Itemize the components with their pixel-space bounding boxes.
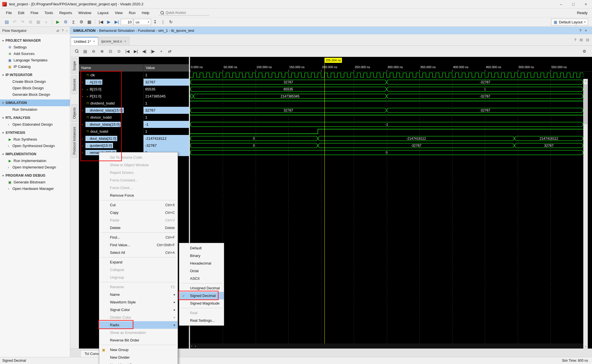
menu-item-copy[interactable]: CopyCtrl+C <box>99 209 178 216</box>
signal-name[interactable]: ⊓divisor_tvalid <box>85 115 113 120</box>
nav-item-run-simulation[interactable]: Run Simulation <box>0 106 70 113</box>
menu-item-cut[interactable]: CutCtrl+X <box>99 201 178 209</box>
signal-value[interactable]: 1 <box>143 128 189 135</box>
menu-item-remove-force[interactable]: Remove Force <box>99 192 178 199</box>
expand-icon[interactable]: › <box>82 87 85 91</box>
nav-item-open-elaborated-design[interactable]: ›Open Elaborated Design <box>0 121 70 128</box>
menu-item-new-group[interactable]: ▣New Group <box>99 346 178 354</box>
time-unit-select[interactable]: us ▾ <box>134 19 151 25</box>
run-flow-button[interactable]: ▶ <box>54 18 62 26</box>
signal-row-divisor-tdata-15-0[interactable]: ›»divisor_tdata[15:0] <box>79 121 143 128</box>
menu-item-default[interactable]: Default <box>179 244 224 252</box>
wave-region[interactable]: 32767-327676553512147385345-3276732767-3… <box>190 72 583 349</box>
signal-value[interactable]: -2147418112 <box>143 135 189 142</box>
menu-item-name[interactable]: Name▸ <box>99 291 178 298</box>
minimize-button[interactable]: – <box>555 0 567 8</box>
value-column-header[interactable]: Value <box>143 64 189 72</box>
settings-button[interactable]: ⚙ <box>62 18 70 26</box>
nav-item-language-templates[interactable]: ▣Language Templates <box>0 57 70 63</box>
expand-icon[interactable]: › <box>82 137 85 141</box>
menu-view[interactable]: View <box>112 10 126 16</box>
expand-icon[interactable]: › <box>82 151 85 155</box>
signal-value[interactable]: 32767 <box>143 107 189 114</box>
signal-name[interactable]: »divisor_tdata[15:0] <box>85 122 121 127</box>
float-icon[interactable]: ⊟ <box>580 38 583 42</box>
signal-value[interactable]: -1 <box>143 121 189 128</box>
menu-item-octal[interactable]: Octal <box>179 267 224 275</box>
signal-name[interactable]: »B[15:0] <box>85 86 102 92</box>
menu-item-signed-magnitude[interactable]: Signed Magnitude <box>179 299 224 307</box>
menu-item-waveform-style[interactable]: Waveform Style▸ <box>99 298 178 306</box>
menu-tools[interactable]: Tools <box>41 10 56 16</box>
menu-item-find[interactable]: Find...Ctrl+F <box>99 234 178 241</box>
expand-icon[interactable]: › <box>82 80 85 84</box>
signal-name[interactable]: ⊓dout_tvalid <box>85 129 109 134</box>
help-icon[interactable]: ? <box>574 38 576 42</box>
nav-item-ip-catalog[interactable]: ▣IP Catalog <box>0 63 70 70</box>
nav-item-run-implementation[interactable]: ▶Run Implementation <box>0 157 70 164</box>
nav-item-open-block-design[interactable]: Open Block Design <box>0 85 70 91</box>
signal-value[interactable]: 1 <box>143 100 189 107</box>
go-to-time-end-button[interactable]: ▶| <box>132 47 140 55</box>
tools-button[interactable]: ⚙ <box>78 18 85 26</box>
expand-icon[interactable]: › <box>82 144 85 148</box>
relaunch-button[interactable]: ↻ <box>167 18 175 26</box>
menu-item-select-all[interactable]: Select AllCtrl+A <box>99 249 178 256</box>
side-tab-objects[interactable]: Objects <box>72 104 77 122</box>
expand-icon[interactable]: ⊡ <box>586 38 589 42</box>
go-to-time-0-button[interactable]: |◀ <box>123 47 132 55</box>
nav-section-implementation[interactable]: ▾IMPLEMENTATION <box>0 151 70 157</box>
run-all-button[interactable]: ▶ <box>105 18 113 26</box>
signal-row-dout-tvalid[interactable]: ⊓dout_tvalid <box>79 128 143 135</box>
zoom-in-button[interactable]: ⊕ <box>98 47 106 55</box>
vertical-scrollbar[interactable]: ▲ ▼ <box>583 79 588 349</box>
name-column-header[interactable]: Name <box>79 64 143 72</box>
timeline-ruler[interactable]: 0.000 ns50.000 ns100.000 ns150.000 ns200… <box>190 64 583 72</box>
signal-row-a-15-0[interactable]: ›»A[15:0] <box>79 79 143 86</box>
nav-section-program-and-debug[interactable]: ▾PROGRAM AND DEBUG <box>0 172 70 179</box>
signal-name[interactable]: ⊓dividend_tvalid <box>85 101 116 106</box>
quick-access-input[interactable] <box>166 11 202 15</box>
zoom-out-button[interactable]: ⊖ <box>89 47 98 55</box>
menu-item-ascii[interactable]: ASCII <box>179 275 224 282</box>
close-icon[interactable]: × <box>93 39 95 43</box>
signal-value[interactable]: 65535 <box>143 86 189 93</box>
menu-item-real-settings[interactable]: Real Settings... <box>179 317 224 324</box>
scrollbar-thumb[interactable] <box>584 85 587 124</box>
menu-reports[interactable]: Reports <box>56 10 75 16</box>
swap-cursors-button[interactable]: ⇄ <box>165 47 174 55</box>
collapse-right-icon[interactable]: › <box>191 344 192 348</box>
signal-row-divisor-tvalid[interactable]: ⊓divisor_tvalid <box>79 114 143 121</box>
signal-value[interactable]: 1 <box>143 72 189 79</box>
menu-item-radix[interactable]: Radix▸ <box>99 321 178 329</box>
report-button[interactable]: Σ <box>70 18 78 26</box>
close-banner-icon[interactable]: × <box>585 28 587 33</box>
nav-item-open-hardware-manager[interactable]: ›Open Hardware Manager <box>0 185 70 192</box>
swap-icon[interactable]: ⇄ <box>57 29 59 33</box>
dashboard-button[interactable]: ▦ <box>85 18 93 26</box>
menu-item-signed-decimal[interactable]: ✓Signed Decimal <box>179 292 224 299</box>
signal-value[interactable]: -32767 <box>143 142 189 149</box>
nav-item-run-synthesis[interactable]: ▶Run Synthesis <box>0 136 70 143</box>
nav-item-open-implemented-design[interactable]: ›Open Implemented Design <box>0 164 70 170</box>
menu-item-hexadecimal[interactable]: Hexadecimal <box>179 259 224 267</box>
signal-row-dividend-tdata-15-0[interactable]: ›»dividend_tdata[15:0] <box>79 107 143 114</box>
quick-access-search[interactable] <box>159 10 209 15</box>
nav-section-project-manager[interactable]: ▾PROJECT MANAGER <box>0 37 70 44</box>
search-button[interactable] <box>72 47 81 55</box>
maximize-button[interactable]: □ <box>567 0 580 8</box>
nav-item-generate-bitstream[interactable]: ▣Generate Bitstream <box>0 179 70 185</box>
signal-value[interactable]: 32767 <box>143 79 189 86</box>
menu-help[interactable]: Help <box>139 10 153 16</box>
signal-name[interactable]: »P[31:0] <box>85 94 102 99</box>
close-icon[interactable]: × <box>124 39 126 43</box>
close-button[interactable]: × <box>580 0 592 8</box>
nav-section-synthesis[interactable]: ▾SYNTHESIS <box>0 129 70 136</box>
collapse-left-icon[interactable]: ‹ <box>195 344 196 348</box>
menu-item-new-virtual-bus[interactable]: »New Virtual Bus <box>99 361 178 364</box>
menu-file[interactable]: File <box>3 10 15 16</box>
run-for-button[interactable]: ▶| <box>113 18 121 26</box>
signal-name[interactable]: »quotient[15:0] <box>85 143 113 148</box>
menu-item-reverse-bit-order[interactable]: Reverse Bit Order <box>99 336 178 344</box>
zoom-fit-button[interactable]: ⊡ <box>106 47 115 55</box>
